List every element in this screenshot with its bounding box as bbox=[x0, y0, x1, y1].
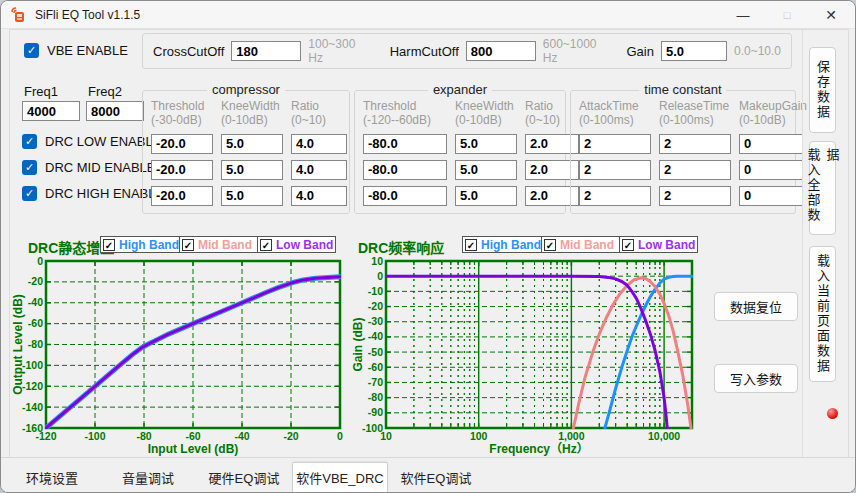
crosscutoff-input[interactable] bbox=[231, 41, 301, 61]
releasetime-high-input[interactable] bbox=[659, 186, 731, 206]
compressor-ratio-header: Ratio(0~10) bbox=[291, 99, 347, 128]
compressor-low-threshold-input[interactable] bbox=[151, 134, 213, 154]
static-gain-chart: -120-100-80-60-40-2000-20-40-60-80-100-1… bbox=[12, 254, 348, 456]
freq2-input[interactable] bbox=[86, 101, 144, 121]
makeupgain-mid-input[interactable] bbox=[739, 160, 803, 180]
compressor-mid-threshold-input[interactable] bbox=[151, 160, 213, 180]
expander-high-threshold-input[interactable] bbox=[363, 186, 447, 206]
compressor-kneewidth-header: KneeWidth(0-10dB) bbox=[221, 99, 283, 128]
compressor-group-title: compressor bbox=[207, 82, 285, 97]
svg-text:Output Level (dB): Output Level (dB) bbox=[12, 294, 25, 395]
releasetime-mid-input[interactable] bbox=[659, 160, 731, 180]
save-data-button[interactable]: 保存数据 bbox=[809, 47, 836, 133]
vbe-enable-checkbox[interactable]: ✓ VBE ENABLE bbox=[24, 43, 128, 58]
expander-group: expander Threshold(-120--60dB) KneeWidth… bbox=[354, 90, 566, 214]
svg-text:0: 0 bbox=[337, 430, 343, 442]
expander-low-threshold-input[interactable] bbox=[363, 134, 447, 154]
compressor-mid-ratio-input[interactable] bbox=[291, 160, 347, 180]
svg-text:-50: -50 bbox=[368, 346, 383, 358]
svg-text:10,000: 10,000 bbox=[648, 430, 680, 442]
harmcutoff-label: HarmCutOff bbox=[390, 44, 459, 59]
svg-text:-80: -80 bbox=[28, 338, 43, 350]
checkbox-check-icon: ✓ bbox=[24, 43, 39, 58]
freq2-label: Freq2 bbox=[88, 84, 122, 99]
data-reset-button[interactable]: 数据复位 bbox=[714, 292, 798, 321]
checkbox-check-icon: ✓ bbox=[22, 186, 37, 201]
expander-group-title: expander bbox=[428, 82, 492, 97]
attacktime-mid-input[interactable] bbox=[579, 160, 651, 180]
mid-band-label: Mid Band bbox=[198, 238, 252, 252]
compressor-group: compressor Threshold(-30-0dB) KneeWidth(… bbox=[142, 90, 350, 214]
mid-band-toggle[interactable]: ✓Mid Band bbox=[180, 237, 258, 252]
svg-text:10: 10 bbox=[371, 255, 383, 267]
compressor-high-ratio-input[interactable] bbox=[291, 186, 347, 206]
makeupgain-high-input[interactable] bbox=[739, 186, 803, 206]
releasetime-header: ReleaseTime(0-100ms) bbox=[659, 99, 731, 128]
svg-text:100: 100 bbox=[470, 430, 488, 442]
harmcutoff-input[interactable] bbox=[466, 41, 536, 61]
tab-env-settings[interactable]: 环境设置 bbox=[4, 462, 100, 492]
svg-text:-60: -60 bbox=[368, 361, 383, 373]
gain-input[interactable] bbox=[661, 41, 727, 61]
tab-hardware-eq[interactable]: 硬件EQ调试 bbox=[196, 462, 292, 492]
freq1-input[interactable] bbox=[22, 101, 80, 121]
harmcutoff-range-hint: 600~1000 Hz bbox=[543, 37, 597, 65]
close-button[interactable]: ✕ bbox=[811, 1, 851, 29]
compressor-low-ratio-input[interactable] bbox=[291, 134, 347, 154]
high-band-toggle[interactable]: ✓High Band bbox=[463, 237, 542, 252]
app-window: SiFli EQ Tool v1.1.5 — □ ✕ ✓ VBE ENABLE … bbox=[0, 0, 856, 493]
expander-mid-threshold-input[interactable] bbox=[363, 160, 447, 180]
tab-software-eq[interactable]: 软件EQ调试 bbox=[388, 462, 484, 492]
attacktime-low-input[interactable] bbox=[579, 134, 651, 154]
sidebar-divider bbox=[802, 30, 803, 458]
expander-high-kneewidth-input[interactable] bbox=[455, 186, 517, 206]
vbe-panel: CrossCutOff 100~300 Hz HarmCutOff 600~10… bbox=[142, 33, 792, 69]
mid-band-label: Mid Band bbox=[560, 238, 614, 252]
svg-text:-40: -40 bbox=[28, 296, 43, 308]
attacktime-high-input[interactable] bbox=[579, 186, 651, 206]
checkbox-check-icon: ✓ bbox=[465, 239, 477, 251]
svg-text:-80: -80 bbox=[136, 430, 151, 442]
drc-low-enable-checkbox[interactable]: ✓ DRC LOW ENABLE bbox=[22, 134, 161, 149]
crosscutoff-range-hint: 100~300 Hz bbox=[308, 37, 355, 65]
releasetime-low-input[interactable] bbox=[659, 134, 731, 154]
tab-software-vbe-drc[interactable]: 软件VBE_DRC bbox=[292, 462, 388, 492]
compressor-mid-kneewidth-input[interactable] bbox=[221, 160, 283, 180]
svg-text:Frequency（Hz）: Frequency（Hz） bbox=[489, 441, 588, 456]
compressor-high-kneewidth-input[interactable] bbox=[221, 186, 283, 206]
low-band-toggle[interactable]: ✓Low Band bbox=[258, 237, 335, 252]
mid-band-toggle[interactable]: ✓Mid Band bbox=[542, 237, 620, 252]
expander-mid-kneewidth-input[interactable] bbox=[455, 160, 517, 180]
svg-text:-20: -20 bbox=[28, 275, 43, 287]
load-page-data-button[interactable]: 载入当前页面数据 bbox=[809, 246, 836, 382]
gain-range-hint: 0.0~10.0 bbox=[734, 44, 781, 58]
tab-volume-debug[interactable]: 音量调试 bbox=[100, 462, 196, 492]
load-all-data-button[interactable]: 载入全部数据 bbox=[809, 141, 836, 235]
checkbox-check-icon: ✓ bbox=[182, 239, 194, 251]
svg-text:-10: -10 bbox=[368, 285, 383, 297]
svg-text:-70: -70 bbox=[368, 376, 383, 388]
expander-kneewidth-header: KneeWidth(0-10dB) bbox=[455, 99, 517, 128]
drc-mid-enable-checkbox[interactable]: ✓ DRC MID ENABLE bbox=[22, 160, 156, 175]
compressor-low-kneewidth-input[interactable] bbox=[221, 134, 283, 154]
vbe-enable-label: VBE ENABLE bbox=[47, 43, 128, 58]
low-band-label: Low Band bbox=[638, 238, 695, 252]
high-band-toggle[interactable]: ✓High Band bbox=[101, 237, 180, 252]
low-band-toggle[interactable]: ✓Low Band bbox=[620, 237, 697, 252]
write-params-button[interactable]: 写入参数 bbox=[714, 364, 798, 393]
status-led-indicator bbox=[827, 408, 838, 419]
makeupgain-header: MakeupGain(0-10dB) bbox=[739, 99, 803, 128]
crosscutoff-label: CrossCutOff bbox=[153, 44, 224, 59]
high-band-label: High Band bbox=[119, 238, 179, 252]
maximize-button: □ bbox=[767, 1, 807, 29]
makeupgain-low-input[interactable] bbox=[739, 134, 803, 154]
svg-text:-100: -100 bbox=[362, 422, 383, 434]
compressor-threshold-header: Threshold(-30-0dB) bbox=[151, 99, 213, 128]
minimize-button[interactable]: — bbox=[723, 1, 763, 29]
svg-text:-100: -100 bbox=[22, 359, 43, 371]
svg-text:-20: -20 bbox=[283, 430, 298, 442]
svg-text:Gain (dB): Gain (dB) bbox=[352, 318, 365, 372]
freq-response-band-toggles: ✓High Band ✓Mid Band ✓Low Band bbox=[462, 236, 698, 253]
expander-low-kneewidth-input[interactable] bbox=[455, 134, 517, 154]
compressor-high-threshold-input[interactable] bbox=[151, 186, 213, 206]
